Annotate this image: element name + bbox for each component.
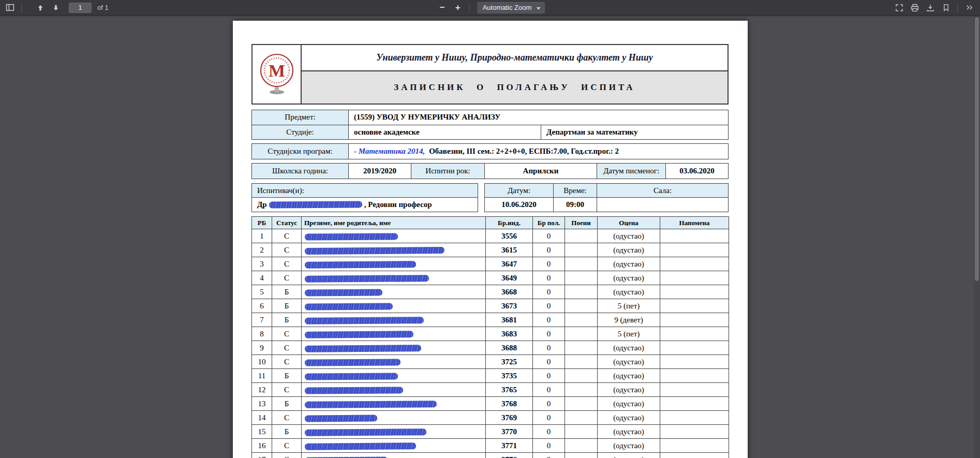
cell-index: 3771	[486, 439, 533, 453]
previous-page-button[interactable]	[34, 1, 47, 14]
cell-status: Б	[272, 425, 302, 439]
scrollbar-thumb[interactable]	[975, 17, 979, 281]
exam-room-label: Сала:	[597, 184, 728, 197]
toolbar-separator	[21, 3, 22, 12]
results-header-row: РБ Статус Презиме, име родитеља, име Бр.…	[252, 217, 729, 229]
name-scribble	[305, 442, 416, 450]
table-row: 12 С 3765 0 (одустао)	[252, 383, 729, 397]
viewer-scrollbar[interactable]	[974, 16, 980, 458]
sidebar-toggle-button[interactable]	[3, 1, 17, 14]
cell-points	[565, 369, 598, 383]
zoom-select[interactable]: Automatic Zoom	[478, 2, 545, 13]
cell-points	[565, 383, 598, 397]
results-table: РБ Статус Презиме, име родитеља, име Бр.…	[251, 216, 729, 458]
cell-name	[302, 369, 486, 383]
zoom-out-button[interactable]: −	[436, 1, 449, 14]
cell-index: 3725	[486, 355, 533, 369]
cell-name	[302, 243, 486, 257]
print-button[interactable]	[908, 1, 922, 14]
cell-index: 3556	[486, 229, 533, 243]
cell-points	[565, 243, 598, 257]
cell-status: С	[272, 327, 302, 341]
cell-name	[302, 285, 486, 299]
cell-rb: 15	[252, 425, 272, 439]
header-name: Презиме, име родитеља, име	[302, 217, 486, 229]
more-tools-button[interactable]	[962, 1, 976, 14]
cell-grade: (одустао)	[598, 369, 660, 383]
exam-date-value: 10.06.2020	[485, 198, 554, 212]
cell-rb: 17	[252, 453, 272, 458]
name-scribble	[305, 247, 444, 255]
zoom-in-button[interactable]: +	[451, 1, 465, 14]
name-scribble	[305, 429, 426, 436]
download-button[interactable]	[924, 1, 937, 14]
cell-index: 3770	[486, 425, 533, 439]
cell-note	[660, 411, 729, 425]
cell-grade: (одустао)	[598, 425, 660, 439]
presentation-mode-icon	[895, 4, 903, 12]
bookmark-button[interactable]	[939, 1, 953, 14]
cell-rb: 1	[252, 229, 272, 243]
exam-term-value: Априлски	[485, 164, 597, 179]
cell-attempts: 0	[533, 439, 565, 453]
cell-grade: (одустао)	[598, 257, 660, 271]
cell-attempts: 0	[533, 313, 565, 327]
cell-status: С	[272, 271, 302, 285]
cell-name	[302, 271, 486, 285]
cell-status: С	[272, 243, 302, 257]
cell-grade: (одустао)	[598, 285, 660, 299]
cell-name	[302, 383, 486, 397]
arrow-up-icon	[37, 4, 44, 11]
examiner-suffix: , Редовни професор	[364, 200, 432, 209]
cell-attempts: 0	[533, 341, 565, 355]
cell-name	[302, 355, 486, 369]
cell-attempts: 0	[533, 411, 565, 425]
cell-status: С	[272, 383, 302, 397]
cell-rb: 8	[252, 327, 272, 341]
table-row: 1 С 3556 0 (одустао)	[252, 229, 729, 243]
cell-index: 3776	[486, 453, 533, 458]
cell-points	[565, 271, 598, 285]
cell-note	[660, 425, 729, 439]
cell-grade: (одустао)	[598, 383, 660, 397]
cell-attempts: 0	[533, 453, 565, 458]
cell-status: С	[272, 439, 302, 453]
cell-name	[302, 299, 486, 313]
university-header: Универзитет у Нишу, Природно-математички…	[376, 52, 652, 63]
table-row: 10 С 3725 0 (одустао)	[252, 355, 729, 369]
page-number-input[interactable]	[69, 3, 92, 13]
table-row: 2 С 3615 0 (одустао)	[252, 243, 729, 257]
written-date-label: Датум писменог:	[597, 164, 666, 179]
program-link[interactable]: - Математика 2014,	[354, 147, 425, 156]
presentation-mode-button[interactable]	[893, 1, 906, 14]
cell-name	[302, 411, 486, 425]
results-table-body: 1 С 3556 0 (одустао) 2 С 3615 0 (одустао…	[252, 229, 729, 458]
cell-index: 3673	[486, 299, 533, 313]
name-scribble	[305, 359, 400, 366]
cell-note	[660, 453, 729, 458]
cell-attempts: 0	[533, 257, 565, 271]
cell-points	[565, 257, 598, 271]
school-year-label: Школска година:	[252, 164, 349, 179]
cell-note	[660, 243, 729, 257]
cell-points	[565, 439, 598, 453]
cell-grade: (одустао)	[598, 397, 660, 411]
table-row: 15 Б 3770 0 (одустао)	[252, 425, 729, 439]
cell-index: 3647	[486, 257, 533, 271]
next-page-button[interactable]	[49, 1, 63, 14]
cell-attempts: 0	[533, 285, 565, 299]
cell-name	[302, 425, 486, 439]
cell-note	[660, 257, 729, 271]
cell-grade: 5 (пет)	[598, 327, 660, 341]
cell-grade: (одустао)	[598, 453, 660, 458]
cell-status: С	[272, 341, 302, 355]
cell-grade: (одустао)	[598, 439, 660, 453]
examiner-label: Испитивач(и):	[252, 184, 478, 197]
double-chevron-icon	[966, 4, 973, 11]
cell-points	[565, 299, 598, 313]
university-logo: М	[253, 45, 302, 104]
studies-value: основне академске	[349, 125, 541, 140]
cell-status: Б	[272, 299, 302, 313]
cell-attempts: 0	[533, 243, 565, 257]
sidebar-toggle-icon	[6, 3, 14, 12]
